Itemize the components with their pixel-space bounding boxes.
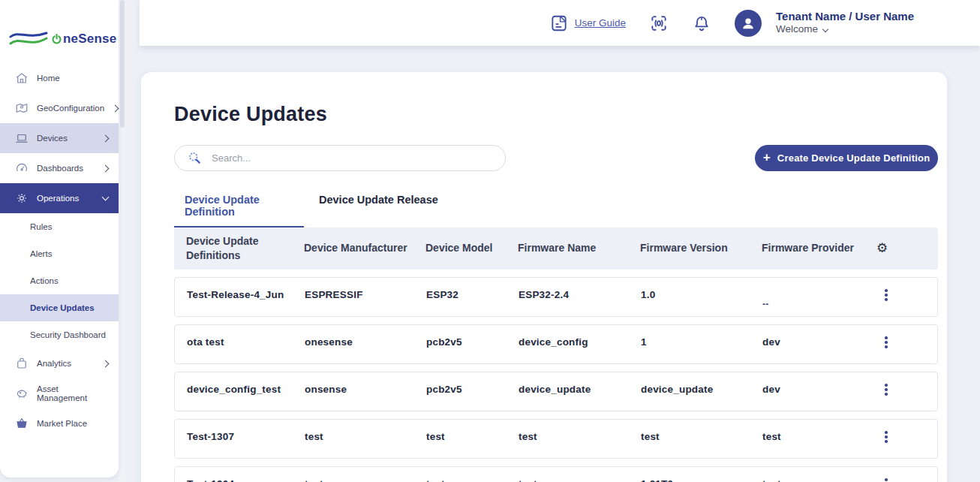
row-actions-kebab-icon[interactable] [874, 372, 892, 398]
create-device-update-definition-button[interactable]: + Create Device Update Definition [755, 145, 938, 171]
tabs: Device Update Definition Device Update R… [174, 194, 938, 227]
shopping-bag-icon [15, 357, 29, 370]
laptop-icon [15, 131, 29, 145]
search-box[interactable] [174, 145, 506, 171]
scrollbar-thumb[interactable] [120, 0, 125, 128]
cell-model: pcb2v5 [414, 372, 507, 401]
cell-firmware-name: ESP32-2.4 [507, 278, 629, 306]
table-row: Test-Release-4_Jun ESPRESSIF ESP32 ESP32… [174, 277, 938, 317]
column-header: Device Manufacturer [292, 234, 413, 262]
sidebar-item-devices[interactable]: Devices [0, 123, 119, 153]
user-guide-link[interactable]: User Guide [549, 14, 626, 33]
cell-firmware-name: device_update [507, 372, 629, 401]
sidebar-subitem-actions[interactable]: Actions [0, 267, 119, 294]
cell-definition: Test-Release-4_Jun [175, 278, 293, 306]
cell-firmware-provider: test [750, 420, 874, 448]
sidebar-subitem-alerts[interactable]: Alerts [0, 240, 119, 267]
sidebar-item-label: Analytics [37, 359, 95, 368]
cell-firmware-version: 1.0 [629, 278, 750, 306]
welcome-dropdown[interactable]: Welcome [776, 23, 914, 36]
row-actions-kebab-icon[interactable] [874, 278, 892, 303]
row-actions-kebab-icon[interactable] [874, 325, 892, 351]
sidebar-scrollbar[interactable] [119, 0, 125, 482]
create-button-label: Create Device Update Definition [777, 152, 930, 164]
page-title: Device Updates [174, 103, 938, 126]
power-icon [51, 33, 62, 45]
brand-name: neSense [63, 32, 116, 47]
avatar[interactable] [735, 10, 762, 37]
tab-device-update-definition[interactable]: Device Update Definition [174, 194, 304, 227]
table-settings-gear-icon[interactable]: ⚙ [876, 240, 888, 255]
sidebar-item-geoconfiguration[interactable]: GeoConfiguration [0, 93, 119, 123]
row-actions-kebab-icon[interactable] [874, 467, 892, 482]
guide-document-icon [549, 14, 569, 33]
table-row: Test-1304 test test test 1.21T0 test [174, 466, 938, 482]
top-header: User Guide Tenant Name / User Name Welco… [140, 0, 980, 46]
gauge-icon [15, 161, 29, 175]
cell-definition: Test-1304 [175, 467, 293, 482]
chevron-right-icon [102, 360, 110, 367]
cell-firmware-provider: -- [750, 278, 874, 315]
tab-device-update-release[interactable]: Device Update Release [319, 194, 438, 227]
tenant-user-name: Tenant Name / User Name [776, 10, 914, 24]
piggy-bank-icon [15, 387, 29, 400]
sidebar-item-asset-management[interactable]: Asset Management [0, 378, 119, 408]
cell-firmware-name: test [507, 420, 629, 448]
cell-model: test [414, 467, 507, 482]
cell-manufacturer: ESPRESSIF [293, 278, 414, 306]
notification-bell-icon[interactable] [692, 14, 711, 33]
sidebar-subitem-label: Actions [30, 276, 59, 285]
chevron-right-icon [102, 164, 110, 172]
cell-manufacturer: test [293, 467, 414, 482]
sidebar-item-label: Home [37, 74, 108, 83]
sidebar-item-label: Dashboards [37, 164, 95, 173]
sidebar-item-market-place[interactable]: Market Place [0, 408, 119, 438]
cell-firmware-version: test [629, 420, 750, 448]
brand-logo: neSense [0, 0, 119, 56]
column-header: Firmware Name [506, 234, 628, 262]
cell-model: ESP32 [414, 278, 507, 306]
table-row: device_config_test onsense pcb2v5 device… [174, 372, 938, 411]
user-guide-label[interactable]: User Guide [575, 17, 626, 29]
column-header: Firmware Version [628, 234, 750, 262]
home-icon [15, 71, 29, 85]
search-input[interactable] [212, 152, 495, 164]
cell-firmware-provider: dev [750, 325, 874, 354]
cell-firmware-provider: dev [750, 372, 874, 401]
cell-manufacturer: onsense [293, 372, 414, 401]
map-icon [15, 101, 29, 115]
table-row: ota test onesense pcb2v5 device_config 1… [174, 324, 938, 364]
sidebar-item-dashboards[interactable]: Dashboards [0, 153, 119, 183]
sidebar-item-home[interactable]: Home [0, 63, 119, 93]
gear-icon [15, 191, 29, 205]
cell-manufacturer: onesense [293, 325, 414, 354]
sidebar-subitem-device-updates[interactable]: Device Updates [0, 294, 119, 321]
sidebar-subitem-label: Alerts [30, 249, 52, 258]
main-content-card: Device Updates + Create Device Update De… [141, 72, 947, 482]
sidebar-subitem-label: Device Updates [30, 303, 95, 312]
sidebar-subitem-label: Security Dashboard [30, 330, 106, 339]
cell-definition: Test-1307 [175, 420, 293, 448]
cell-manufacturer: test [293, 420, 414, 448]
sidebar-item-label: Market Place [37, 419, 108, 428]
basket-icon [15, 417, 29, 430]
sidebar-item-operations[interactable]: Operations [0, 183, 119, 213]
chevron-down-icon [102, 194, 110, 201]
wave-logo-icon [9, 29, 48, 49]
chevron-right-icon [102, 134, 110, 142]
sidebar-item-label: GeoConfiguration [37, 104, 104, 113]
column-header: Device Model [413, 234, 506, 262]
sidebar-item-analytics[interactable]: Analytics [0, 348, 119, 378]
sidebar-subitem-security-dashboard[interactable]: Security Dashboard [0, 321, 119, 348]
sidebar-subitem-rules[interactable]: Rules [0, 213, 119, 240]
cell-firmware-name: device_config [507, 325, 629, 354]
cell-firmware-name: test [507, 467, 629, 482]
cell-firmware-provider: test [750, 467, 874, 482]
device-update-table: Device Update Definitions Device Manufac… [174, 227, 938, 482]
row-actions-kebab-icon[interactable] [874, 420, 892, 445]
scan-icon[interactable] [649, 14, 669, 33]
sidebar-subitem-label: Rules [30, 222, 52, 231]
sidebar-menu: Home GeoConfiguration Devices Dashboards [0, 63, 119, 438]
chevron-down-icon [822, 26, 828, 32]
sidebar-item-label: Operations [37, 194, 95, 203]
